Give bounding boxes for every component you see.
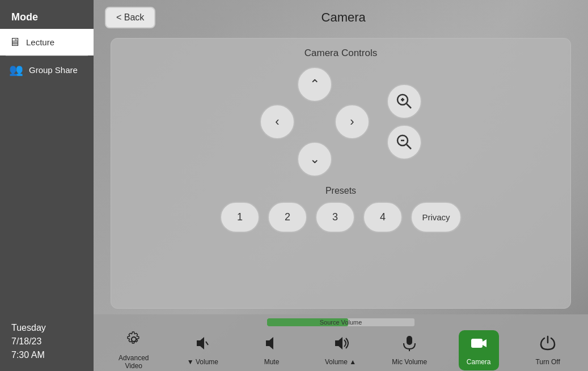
monitor-icon: 🖥 xyxy=(9,36,20,49)
preset-3-button[interactable]: 3 xyxy=(315,202,355,233)
preset-4-button[interactable]: 4 xyxy=(363,202,403,233)
svg-rect-11 xyxy=(407,336,412,345)
mic-volume-label: Mic Volume xyxy=(392,358,427,366)
ptz-up-button[interactable]: ⌃ xyxy=(297,67,332,102)
sidebar-item-lecture[interactable]: 🖥 Lecture xyxy=(0,29,94,56)
advanced-video-label: AdvancedVideo xyxy=(119,354,149,370)
svg-line-8 xyxy=(206,342,208,345)
camera-icon xyxy=(470,335,487,356)
ptz-left-button[interactable]: ‹ xyxy=(260,104,295,139)
volume-bar-row: Source Volume xyxy=(94,314,588,329)
camera-label: Camera xyxy=(467,358,491,366)
ptz-down-button[interactable]: ⌄ xyxy=(297,142,332,177)
turn-off-label: Turn Off xyxy=(535,358,560,366)
svg-marker-10 xyxy=(335,337,342,349)
ptz-right-button[interactable]: › xyxy=(335,104,370,139)
presets-label: Presets xyxy=(122,186,559,196)
header: < Back Camera xyxy=(94,0,588,35)
sidebar: Mode 🖥 Lecture 👥 Group Share Tuesday 7/1… xyxy=(0,0,94,371)
volume-bar-container: Source Volume xyxy=(267,317,414,327)
mute-icon xyxy=(263,335,280,356)
back-button[interactable]: < Back xyxy=(105,7,155,28)
mute-label: Mute xyxy=(264,358,280,366)
mic-icon xyxy=(401,335,418,356)
sidebar-datetime: Tuesday 7/18/23 7:30 AM xyxy=(0,312,94,371)
volume-bar-label: Source Volume xyxy=(267,319,414,326)
preset-1-button[interactable]: 1 xyxy=(220,202,260,233)
volume-down-label: ▼ Volume xyxy=(187,358,218,366)
bottom-bar: Source Volume AdvancedVideo ▼ Volume xyxy=(94,314,588,371)
turn-off-button[interactable]: Turn Off xyxy=(528,335,568,366)
time-label: 7:30 AM xyxy=(11,348,82,362)
bottom-buttons: AdvancedVideo ▼ Volume Mute xyxy=(94,329,588,371)
presets-row: 1 2 3 4 Privacy xyxy=(122,202,559,233)
power-icon xyxy=(539,335,556,356)
day-label: Tuesday xyxy=(11,321,82,335)
mode-label: Mode xyxy=(0,0,94,29)
date-label: 7/18/23 xyxy=(11,335,82,348)
sidebar-item-group-share[interactable]: 👥 Group Share xyxy=(0,56,94,83)
lecture-label: Lecture xyxy=(26,37,54,47)
ptz-grid: ⌃ ‹ › ⌄ xyxy=(260,67,370,177)
ptz-area: ⌃ ‹ › ⌄ xyxy=(122,67,559,177)
main-area: < Back Camera Camera Controls ⌃ ‹ › ⌄ xyxy=(94,0,588,371)
advanced-video-button[interactable]: AdvancedVideo xyxy=(114,331,154,370)
zoom-in-icon xyxy=(395,92,413,110)
gear-icon xyxy=(125,331,142,352)
group-icon: 👥 xyxy=(9,63,23,76)
svg-marker-14 xyxy=(483,339,487,347)
svg-marker-7 xyxy=(197,337,204,349)
svg-rect-13 xyxy=(471,339,483,348)
volume-up-icon xyxy=(332,335,349,356)
group-share-label: Group Share xyxy=(29,65,78,75)
zoom-in-button[interactable] xyxy=(387,84,422,119)
mute-button[interactable]: Mute xyxy=(252,335,291,366)
camera-button[interactable]: Camera xyxy=(459,330,499,370)
zoom-out-icon xyxy=(395,133,413,151)
volume-up-label: Volume ▲ xyxy=(325,358,356,366)
panel-title: Camera Controls xyxy=(122,48,559,59)
camera-panel: Camera Controls ⌃ ‹ › ⌄ xyxy=(111,38,571,309)
zoom-controls xyxy=(387,84,422,160)
page-title: Camera xyxy=(167,10,577,25)
volume-down-icon xyxy=(194,335,211,356)
svg-line-6 xyxy=(407,144,411,149)
svg-marker-9 xyxy=(266,337,273,349)
volume-down-button[interactable]: ▼ Volume xyxy=(183,335,222,366)
preset-privacy-button[interactable]: Privacy xyxy=(411,202,462,233)
volume-up-button[interactable]: Volume ▲ xyxy=(321,335,361,366)
presets-section: Presets 1 2 3 4 Privacy xyxy=(122,186,559,233)
svg-line-3 xyxy=(407,104,411,108)
mic-volume-button[interactable]: Mic Volume xyxy=(390,335,429,366)
preset-2-button[interactable]: 2 xyxy=(268,202,307,233)
zoom-out-button[interactable] xyxy=(387,125,422,160)
